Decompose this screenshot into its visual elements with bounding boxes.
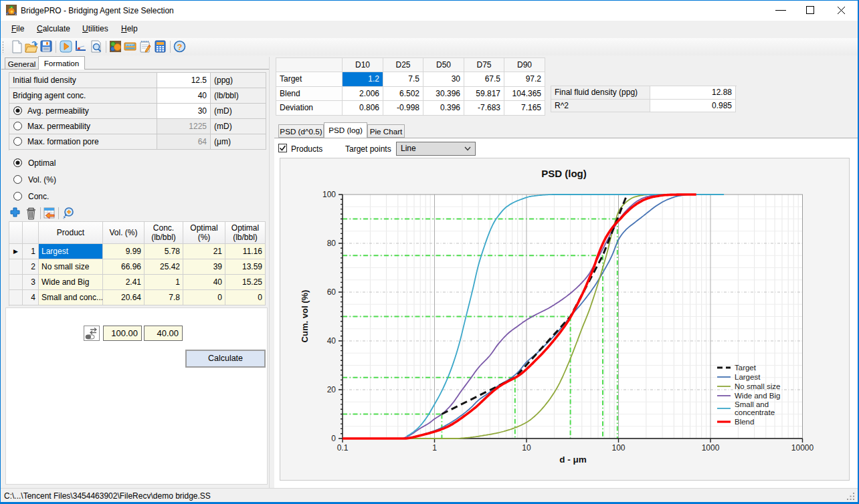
svg-text:Wide and Big: Wide and Big (735, 392, 780, 400)
svg-text:Cum. vol (%): Cum. vol (%) (300, 290, 310, 343)
svg-text:1: 1 (432, 443, 437, 453)
svg-text:1000: 1000 (702, 443, 720, 453)
svg-text:10: 10 (522, 443, 531, 453)
svg-text:20: 20 (327, 385, 337, 394)
svg-text:100: 100 (322, 190, 336, 199)
svg-text:concentrate: concentrate (735, 408, 775, 416)
svg-text:d - μm: d - μm (559, 455, 587, 465)
svg-text:PSD (log): PSD (log) (541, 168, 587, 179)
svg-text:Largest: Largest (735, 373, 761, 381)
svg-text:No small size: No small size (735, 382, 780, 390)
svg-text:10000: 10000 (791, 443, 814, 453)
svg-text:Target: Target (735, 364, 757, 372)
svg-text:Small and: Small and (735, 400, 769, 408)
svg-text:Blend: Blend (735, 418, 754, 426)
svg-text:60: 60 (327, 287, 337, 297)
svg-text:0.1: 0.1 (337, 443, 349, 453)
svg-text:80: 80 (327, 239, 337, 248)
svg-text:?: ? (177, 42, 183, 52)
svg-text:0: 0 (331, 434, 336, 443)
svg-text:40: 40 (327, 336, 337, 346)
svg-text:100: 100 (611, 443, 625, 453)
